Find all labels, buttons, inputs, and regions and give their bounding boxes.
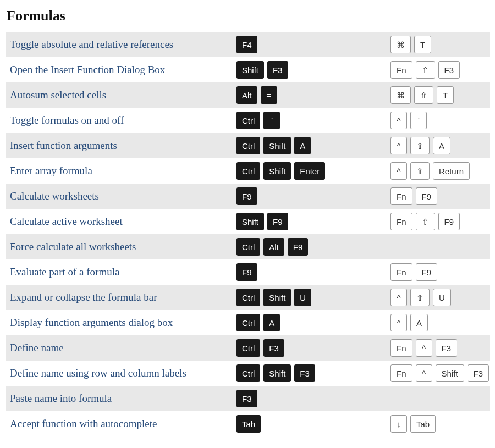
key-dark: F4 bbox=[237, 36, 257, 53]
shortcut-row: Define nameCtrlF3Fn^F3 bbox=[6, 335, 490, 361]
key-light: Fn bbox=[391, 339, 413, 357]
shortcut-label[interactable]: Define name bbox=[6, 342, 237, 354]
shortcut-label[interactable]: Paste name into formula bbox=[6, 392, 237, 405]
windows-shortcut: F9 bbox=[237, 187, 391, 205]
shortcut-label[interactable]: Toggle formulas on and off bbox=[6, 114, 237, 126]
key-light: F3 bbox=[436, 339, 458, 357]
key-dark: A bbox=[294, 137, 311, 154]
key-dark: Ctrl bbox=[237, 314, 260, 331]
windows-shortcut: F3 bbox=[237, 390, 391, 407]
key-dark: F9 bbox=[288, 238, 309, 256]
key-light: F9 bbox=[416, 263, 438, 281]
key-light: ⇧ bbox=[414, 86, 433, 104]
key-light: ` bbox=[410, 112, 427, 129]
windows-shortcut: Ctrl` bbox=[237, 112, 391, 129]
key-light: F9 bbox=[438, 213, 460, 230]
shortcut-label[interactable]: Enter array formula bbox=[6, 165, 237, 177]
shortcut-label[interactable]: Expand or collapse the formula bar bbox=[6, 291, 237, 303]
shortcut-row: Force calculate all worksheetsCtrlAltF9 bbox=[6, 234, 490, 259]
shortcut-label[interactable]: Toggle absolute and relative references bbox=[6, 38, 237, 51]
key-light: U bbox=[433, 289, 451, 306]
windows-shortcut: ShiftF3 bbox=[237, 61, 391, 79]
key-dark: = bbox=[261, 86, 277, 104]
key-dark: Shift bbox=[263, 137, 291, 154]
key-dark: Ctrl bbox=[237, 364, 260, 382]
key-dark: Shift bbox=[237, 61, 264, 79]
key-dark: Ctrl bbox=[237, 238, 260, 256]
mac-shortcut: ^` bbox=[391, 112, 490, 129]
shortcut-label[interactable]: Accept function with autocomplete bbox=[6, 418, 237, 430]
key-dark: Tab bbox=[237, 415, 261, 433]
windows-shortcut: F9 bbox=[237, 263, 391, 281]
key-dark: Shift bbox=[237, 213, 264, 230]
shortcut-label[interactable]: Autosum selected cells bbox=[6, 89, 237, 101]
key-light: ^ bbox=[416, 339, 432, 357]
key-light: ^ bbox=[391, 314, 407, 331]
key-dark: Ctrl bbox=[237, 112, 260, 129]
windows-shortcut: CtrlA bbox=[237, 314, 391, 331]
key-dark: Ctrl bbox=[237, 162, 260, 180]
shortcut-label[interactable]: Insert function arguments bbox=[6, 140, 237, 152]
mac-shortcut: FnF9 bbox=[391, 187, 490, 205]
mac-shortcut: ^⇧Return bbox=[391, 162, 490, 180]
windows-shortcut: CtrlF3 bbox=[237, 339, 391, 357]
key-dark: U bbox=[294, 289, 311, 306]
key-dark: Ctrl bbox=[237, 289, 260, 306]
key-dark: Alt bbox=[237, 86, 257, 104]
windows-shortcut: CtrlAltF9 bbox=[237, 238, 391, 256]
key-light: ^ bbox=[416, 364, 432, 382]
shortcut-row: Enter array formulaCtrlShiftEnter^⇧Retur… bbox=[6, 158, 490, 184]
shortcut-row: Evaluate part of a formulaF9FnF9 bbox=[6, 259, 490, 285]
key-light: Fn bbox=[391, 213, 413, 230]
shortcut-row: Autosum selected cellsAlt=⌘⇧T bbox=[6, 82, 490, 108]
mac-shortcut: ⌘T bbox=[391, 36, 490, 53]
mac-shortcut: ^A bbox=[391, 314, 490, 331]
shortcut-label[interactable]: Evaluate part of a formula bbox=[6, 266, 237, 278]
mac-shortcut: ^⇧U bbox=[391, 289, 490, 306]
shortcuts-table: Toggle absolute and relative referencesF… bbox=[6, 32, 490, 436]
key-light: ⌘ bbox=[391, 36, 411, 53]
shortcut-row: Toggle formulas on and offCtrl`^` bbox=[6, 108, 490, 133]
key-dark: Ctrl bbox=[237, 339, 260, 357]
shortcut-label[interactable]: Calculate active worksheet bbox=[6, 215, 237, 228]
key-light: ^ bbox=[391, 289, 407, 306]
windows-shortcut: CtrlShiftEnter bbox=[237, 162, 391, 180]
shortcut-row: Open the Insert Function Dialog BoxShift… bbox=[6, 57, 490, 82]
key-light: Fn bbox=[391, 263, 413, 281]
mac-shortcut: Fn⇧F9 bbox=[391, 213, 490, 230]
shortcut-row: Expand or collapse the formula barCtrlSh… bbox=[6, 285, 490, 310]
key-light: Return bbox=[433, 162, 470, 180]
key-dark: Alt bbox=[263, 238, 284, 256]
key-light: A bbox=[410, 314, 428, 331]
shortcut-label[interactable]: Open the Insert Function Dialog Box bbox=[6, 64, 237, 76]
shortcut-row: Calculate worksheetsF9FnF9 bbox=[6, 184, 490, 209]
key-light: ^ bbox=[391, 162, 407, 180]
shortcut-row: Paste name into formulaF3 bbox=[6, 386, 490, 411]
key-light: ⇧ bbox=[410, 162, 430, 180]
key-dark: Shift bbox=[263, 289, 291, 306]
shortcut-row: Accept function with autocompleteTab↓Tab bbox=[6, 411, 490, 436]
key-dark: F3 bbox=[294, 364, 315, 382]
key-light: F3 bbox=[438, 61, 460, 79]
shortcut-label[interactable]: Display function arguments dialog box bbox=[6, 317, 237, 329]
shortcut-label[interactable]: Calculate worksheets bbox=[6, 190, 237, 202]
windows-shortcut: Tab bbox=[237, 415, 391, 433]
windows-shortcut: CtrlShiftA bbox=[237, 137, 391, 154]
mac-shortcut: Fn^ShiftF3 bbox=[391, 364, 490, 382]
key-light: F3 bbox=[468, 364, 490, 382]
key-light: ⇧ bbox=[416, 213, 435, 230]
shortcut-label[interactable]: Define name using row and column labels bbox=[6, 367, 237, 379]
windows-shortcut: CtrlShiftF3 bbox=[237, 364, 391, 382]
key-light: ⇧ bbox=[416, 61, 435, 79]
key-dark: Enter bbox=[294, 162, 325, 180]
shortcut-label[interactable]: Force calculate all worksheets bbox=[6, 241, 237, 253]
windows-shortcut: F4 bbox=[237, 36, 391, 53]
key-dark: F3 bbox=[263, 339, 284, 357]
windows-shortcut: ShiftF9 bbox=[237, 213, 391, 230]
key-dark: ` bbox=[263, 112, 280, 129]
key-dark: F3 bbox=[237, 390, 257, 407]
mac-shortcut: Fn^F3 bbox=[391, 339, 490, 357]
key-light: F9 bbox=[416, 187, 438, 205]
key-light: ^ bbox=[391, 112, 407, 129]
key-light: ↓ bbox=[391, 415, 407, 433]
